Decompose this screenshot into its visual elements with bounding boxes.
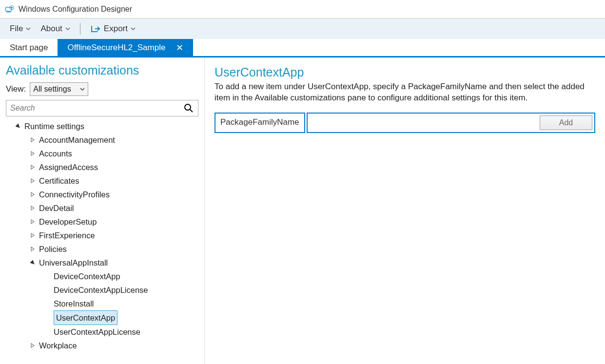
tree-leaf-label: DeviceContextAppLicense [54, 283, 148, 297]
tree-item[interactable]: Certificates [6, 174, 204, 188]
expand-icon[interactable] [29, 191, 36, 198]
content-heading: UserContextApp [215, 65, 595, 79]
tree-item-label: DevDetail [39, 201, 74, 215]
tree-item[interactable]: AccountManagement [6, 133, 204, 147]
svg-rect-1 [6, 12, 10, 12]
tree-item[interactable]: Accounts [6, 147, 204, 160]
expand-icon[interactable] [29, 205, 36, 211]
view-dropdown-value: All settings [33, 85, 71, 94]
tree-item[interactable]: Policies [6, 242, 204, 256]
chevron-down-icon [65, 27, 70, 31]
tree-item[interactable]: AssignedAccess [6, 160, 204, 174]
tree-leaf[interactable]: StoreInstall [6, 297, 204, 310]
form-row: PackageFamilyName Add [215, 113, 595, 133]
tree-leaf-label: DeviceContextApp [54, 269, 120, 283]
tab-start-label: Start page [10, 43, 48, 53]
spacer [44, 328, 51, 335]
tree-item-label: Workplace [39, 339, 77, 352]
expand-icon[interactable] [29, 246, 36, 252]
tree-item[interactable]: FirstExperience [6, 229, 204, 242]
tree-leaf[interactable]: DeviceContextApp [6, 269, 204, 283]
export-icon [90, 24, 101, 33]
app-title: Windows Configuration Designer [19, 5, 132, 14]
menu-file-label: File [10, 24, 23, 34]
tree-item-label: AssignedAccess [39, 160, 98, 174]
expand-icon[interactable] [29, 177, 36, 184]
tab-start-page[interactable]: Start page [0, 39, 58, 56]
expand-icon[interactable] [29, 218, 36, 225]
spacer [44, 287, 51, 293]
app-icon [5, 5, 15, 13]
expand-icon[interactable] [29, 136, 36, 143]
expand-icon[interactable] [29, 150, 36, 157]
expand-icon[interactable] [29, 342, 36, 349]
add-button[interactable]: Add [540, 115, 592, 130]
tree-leaf[interactable]: DeviceContextAppLicense [6, 283, 204, 297]
tree-item-label: FirstExperience [39, 229, 95, 242]
tree-item[interactable]: DevDetail [6, 201, 204, 215]
search-icon[interactable] [183, 103, 194, 114]
tabbar: Start page OfflineSecureHL2_Sample ✕ [0, 39, 605, 57]
tree-leaf-label: UserContextAppLicense [54, 325, 140, 339]
menu-export-label: Export [104, 24, 128, 34]
tab-project-label: OfflineSecureHL2_Sample [67, 43, 165, 53]
tree-item-label: AccountManagement [39, 133, 115, 147]
tree-item-label: Accounts [39, 147, 72, 160]
settings-tree: Runtime settings AccountManagement Accou… [6, 119, 204, 352]
tree-item[interactable]: Workplace [6, 339, 204, 352]
tree-item[interactable]: DeveloperSetup [6, 215, 204, 229]
expand-icon[interactable] [29, 232, 36, 239]
close-icon[interactable]: ✕ [176, 42, 183, 53]
tree-item-label: ConnectivityProfiles [39, 188, 110, 201]
menu-about-label: About [40, 24, 62, 34]
menu-divider [80, 23, 80, 35]
field-label: PackageFamilyName [215, 113, 305, 133]
menu-about[interactable]: About [36, 22, 75, 36]
tree-leaf-label: UserContextApp [54, 310, 117, 325]
menubar: File About Export [0, 19, 605, 39]
spacer [44, 314, 51, 321]
view-dropdown[interactable]: All settings [30, 82, 88, 96]
tree-item-label: Certificates [39, 174, 79, 188]
spacer [44, 273, 51, 280]
search-box[interactable] [6, 100, 198, 116]
tree-item[interactable]: ConnectivityProfiles [6, 188, 204, 201]
tree-item-label: Policies [39, 242, 67, 256]
content-pane: UserContextApp To add a new item under U… [205, 57, 605, 364]
sidebar: Available customizations View: All setti… [0, 57, 205, 364]
titlebar: Windows Configuration Designer [0, 0, 605, 19]
tree-item-label: DeveloperSetup [39, 215, 97, 229]
chevron-down-icon [131, 27, 136, 31]
tab-project[interactable]: OfflineSecureHL2_Sample ✕ [58, 39, 193, 56]
tree-leaf-label: StoreInstall [54, 297, 94, 310]
search-input[interactable] [6, 102, 183, 115]
field-input-wrap: Add [307, 113, 595, 133]
collapse-icon[interactable] [15, 123, 21, 130]
expand-icon[interactable] [29, 164, 36, 171]
tree-root[interactable]: Runtime settings [6, 119, 204, 133]
package-family-name-input[interactable] [312, 118, 540, 127]
spacer [44, 300, 51, 307]
tree-item-universal[interactable]: UniversalAppInstall [6, 256, 204, 269]
sidebar-heading: Available customizations [6, 63, 204, 77]
tree-root-label: Runtime settings [24, 119, 84, 133]
tree-item-label: UniversalAppInstall [39, 256, 108, 269]
content-description: To add a new item under UserContextApp, … [215, 81, 595, 104]
chevron-down-icon [26, 27, 31, 31]
collapse-icon[interactable] [29, 259, 36, 266]
tree-leaf[interactable]: UserContextAppLicense [6, 325, 204, 339]
view-row: View: All settings [6, 82, 204, 96]
svg-point-3 [185, 104, 191, 110]
menu-file[interactable]: File [5, 22, 36, 36]
view-label: View: [6, 84, 26, 94]
tree-leaf-usercontextapp[interactable]: UserContextApp [6, 310, 204, 325]
chevron-down-icon [80, 87, 85, 91]
menu-export[interactable]: Export [85, 22, 140, 36]
